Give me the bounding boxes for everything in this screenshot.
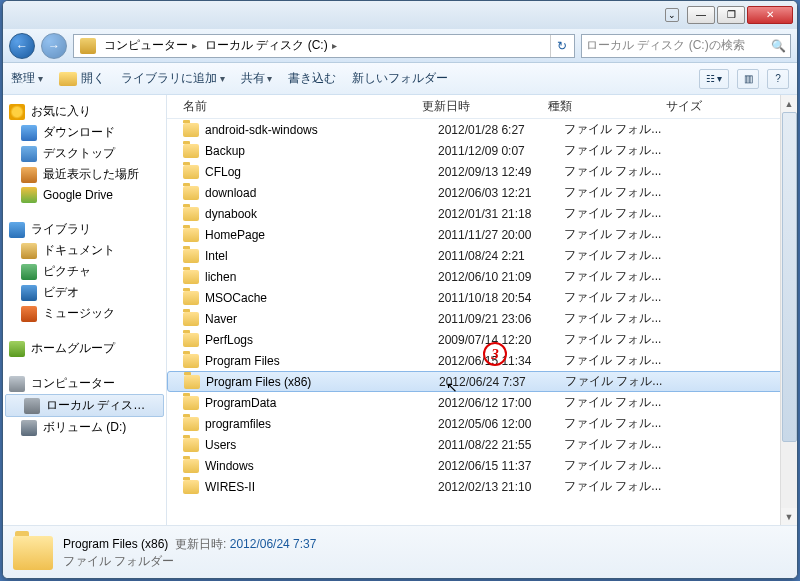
column-size[interactable]: サイズ <box>666 98 797 115</box>
tree-videos[interactable]: ビデオ <box>3 282 166 303</box>
videos-icon <box>21 285 37 301</box>
file-name: WIRES-II <box>205 480 438 494</box>
tree-homegroup[interactable]: ホームグループ <box>3 338 166 359</box>
file-row[interactable]: PerfLogs2009/07/14 12:20ファイル フォル... <box>167 329 797 350</box>
tree-pictures[interactable]: ピクチャ <box>3 261 166 282</box>
file-date: 2011/08/22 21:55 <box>438 438 564 452</box>
address-bar[interactable]: コンピューター▸ ローカル ディスク (C:)▸ ↻ <box>73 34 575 58</box>
file-name: MSOCache <box>205 291 438 305</box>
file-type: ファイル フォル... <box>564 478 682 495</box>
preview-pane-button[interactable]: ▥ <box>737 69 759 89</box>
tree-gdrive[interactable]: Google Drive <box>3 185 166 205</box>
file-row[interactable]: dynabook2012/01/31 21:18ファイル フォル... <box>167 203 797 224</box>
homegroup-icon <box>9 341 25 357</box>
file-type: ファイル フォル... <box>564 226 682 243</box>
file-type: ファイル フォル... <box>564 268 682 285</box>
file-row[interactable]: Intel2011/08/24 2:21ファイル フォル... <box>167 245 797 266</box>
file-name: Users <box>205 438 438 452</box>
expand-icon[interactable]: ⌄ <box>665 8 679 22</box>
folder-icon <box>183 249 199 263</box>
forward-button[interactable]: → <box>41 33 67 59</box>
file-type: ファイル フォル... <box>564 352 682 369</box>
desktop-icon <box>21 146 37 162</box>
refresh-button[interactable]: ↻ <box>550 35 572 57</box>
file-row[interactable]: MSOCache2011/10/18 20:54ファイル フォル... <box>167 287 797 308</box>
file-row[interactable]: lichen2012/06/10 21:09ファイル フォル... <box>167 266 797 287</box>
folder-icon <box>183 417 199 431</box>
tree-documents[interactable]: ドキュメント <box>3 240 166 261</box>
tree-local-disk-c[interactable]: ローカル ディス… <box>5 394 164 417</box>
breadcrumb[interactable]: ローカル ディスク (C:)▸ <box>201 35 341 57</box>
file-type: ファイル フォル... <box>564 247 682 264</box>
file-row[interactable]: android-sdk-windows2012/01/28 6:27ファイル フ… <box>167 119 797 140</box>
documents-icon <box>21 243 37 259</box>
tree-music[interactable]: ミュージック <box>3 303 166 324</box>
scrollbar[interactable]: ▲ ▼ <box>780 95 797 525</box>
details-date: 2012/06/24 7:37 <box>230 537 317 551</box>
file-row[interactable]: download2012/06/03 12:21ファイル フォル... <box>167 182 797 203</box>
file-row[interactable]: WIRES-II2012/02/13 21:10ファイル フォル... <box>167 476 797 497</box>
share-menu[interactable]: 共有 <box>241 70 273 87</box>
file-name: dynabook <box>205 207 438 221</box>
file-name: programfiles <box>205 417 438 431</box>
tree-libraries[interactable]: ライブラリ <box>3 219 166 240</box>
tree-downloads[interactable]: ダウンロード <box>3 122 166 143</box>
file-row[interactable]: Program Files (x86)2012/06/24 7:37ファイル フ… <box>167 371 797 392</box>
minimize-button[interactable]: — <box>687 6 715 24</box>
recent-icon <box>21 167 37 183</box>
file-date: 2011/12/09 0:07 <box>438 144 564 158</box>
new-folder-button[interactable]: 新しいフォルダー <box>352 70 448 87</box>
file-row[interactable]: Backup2011/12/09 0:07ファイル フォル... <box>167 140 797 161</box>
file-date: 2012/06/12 17:00 <box>438 396 564 410</box>
file-name: Naver <box>205 312 438 326</box>
maximize-button[interactable]: ❐ <box>717 6 745 24</box>
tree-recent[interactable]: 最近表示した場所 <box>3 164 166 185</box>
burn-button[interactable]: 書き込む <box>288 70 336 87</box>
file-row[interactable]: programfiles2012/05/06 12:00ファイル フォル... <box>167 413 797 434</box>
file-date: 2012/06/24 7:37 <box>439 375 565 389</box>
file-name: Program Files <box>205 354 438 368</box>
file-date: 2012/05/06 12:00 <box>438 417 564 431</box>
file-row[interactable]: CFLog2012/09/13 12:49ファイル フォル... <box>167 161 797 182</box>
breadcrumb[interactable]: コンピューター▸ <box>100 35 201 57</box>
organize-menu[interactable]: 整理 <box>11 70 43 87</box>
star-icon <box>9 104 25 120</box>
view-options-button[interactable]: ☷ ▾ <box>699 69 729 89</box>
column-date[interactable]: 更新日時 <box>422 98 548 115</box>
folder-icon <box>183 165 199 179</box>
scroll-thumb[interactable] <box>782 112 797 442</box>
column-name[interactable]: 名前 <box>167 98 422 115</box>
file-row[interactable]: Program Files2012/06/15 11:34ファイル フォル...… <box>167 350 797 371</box>
column-type[interactable]: 種類 <box>548 98 666 115</box>
folder-icon <box>183 438 199 452</box>
folder-icon <box>183 207 199 221</box>
file-name: Backup <box>205 144 438 158</box>
tree-favorites[interactable]: お気に入り <box>3 101 166 122</box>
tree-volume-d[interactable]: ボリューム (D:) <box>3 417 166 438</box>
file-row[interactable]: Naver2011/09/21 23:06ファイル フォル... <box>167 308 797 329</box>
tree-desktop[interactable]: デスクトップ <box>3 143 166 164</box>
help-button[interactable]: ? <box>767 69 789 89</box>
open-button[interactable]: 開く <box>59 70 105 87</box>
library-menu[interactable]: ライブラリに追加 <box>121 70 225 87</box>
folder-icon <box>183 396 199 410</box>
file-row[interactable]: HomePage2011/11/27 20:00ファイル フォル... <box>167 224 797 245</box>
folder-icon <box>184 375 200 389</box>
scroll-up-button[interactable]: ▲ <box>781 95 797 112</box>
file-type: ファイル フォル... <box>564 415 682 432</box>
music-icon <box>21 306 37 322</box>
back-button[interactable]: ← <box>9 33 35 59</box>
file-row[interactable]: Windows2012/06/15 11:37ファイル フォル... <box>167 455 797 476</box>
scroll-down-button[interactable]: ▼ <box>781 508 797 525</box>
tree-computer[interactable]: コンピューター <box>3 373 166 394</box>
search-input[interactable]: ローカル ディスク (C:)の検索 🔍 <box>581 34 791 58</box>
close-button[interactable]: ✕ <box>747 6 793 24</box>
details-name: Program Files (x86) <box>63 537 168 551</box>
file-date: 2011/09/21 23:06 <box>438 312 564 326</box>
file-row[interactable]: ProgramData2012/06/12 17:00ファイル フォル... <box>167 392 797 413</box>
folder-icon <box>183 312 199 326</box>
drive-icon <box>80 38 96 54</box>
titlebar[interactable]: ⌄ — ❐ ✕ <box>3 1 797 29</box>
file-row[interactable]: Users2011/08/22 21:55ファイル フォル... <box>167 434 797 455</box>
file-type: ファイル フォル... <box>564 457 682 474</box>
